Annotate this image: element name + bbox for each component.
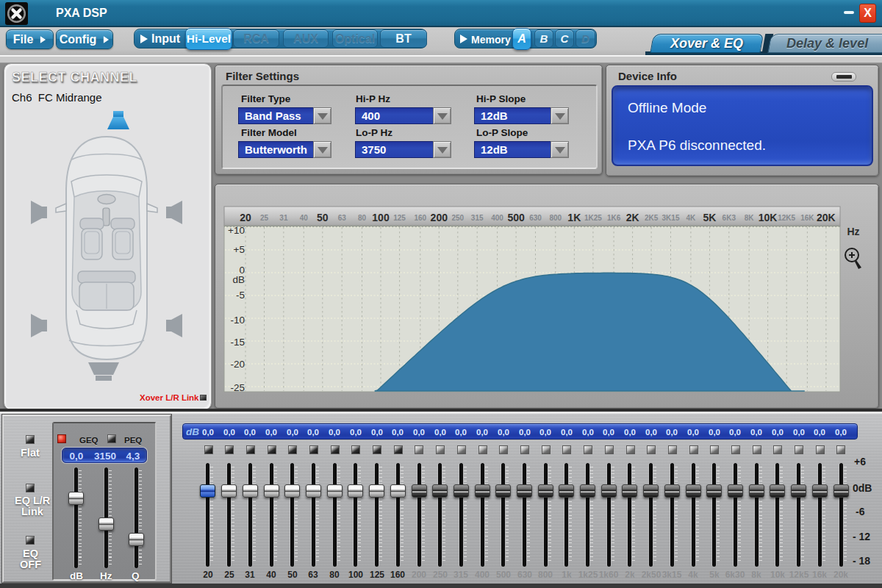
svg-text:400: 400 xyxy=(491,214,503,222)
svg-text:2K5: 2K5 xyxy=(645,214,659,222)
svg-text:dB: dB xyxy=(232,274,245,285)
svg-text:1K: 1K xyxy=(567,212,581,223)
svg-text:Hz: Hz xyxy=(847,226,859,237)
svg-text:80: 80 xyxy=(358,214,367,222)
svg-text:4K: 4K xyxy=(686,214,697,222)
svg-text:-10: -10 xyxy=(230,315,245,326)
svg-text:-5: -5 xyxy=(236,290,245,301)
svg-text:63: 63 xyxy=(338,214,347,222)
svg-text:500: 500 xyxy=(507,212,525,223)
svg-text:50: 50 xyxy=(317,212,329,223)
svg-text:2K: 2K xyxy=(626,212,639,223)
svg-text:200: 200 xyxy=(431,212,448,223)
svg-text:10K: 10K xyxy=(759,212,778,223)
svg-text:40: 40 xyxy=(300,214,309,222)
svg-text:31: 31 xyxy=(279,214,288,222)
svg-text:8K: 8K xyxy=(745,214,755,222)
svg-text:-25: -25 xyxy=(230,382,245,393)
svg-text:630: 630 xyxy=(529,214,542,222)
svg-text:5K: 5K xyxy=(703,212,716,223)
svg-text:6K3: 6K3 xyxy=(723,214,736,222)
svg-text:-15: -15 xyxy=(230,337,245,348)
svg-text:3K15: 3K15 xyxy=(662,214,680,222)
svg-text:800: 800 xyxy=(549,214,562,222)
svg-text:+10: +10 xyxy=(228,225,245,236)
svg-text:+5: +5 xyxy=(234,244,245,255)
svg-text:125: 125 xyxy=(393,214,406,222)
svg-text:1K25: 1K25 xyxy=(584,214,602,222)
svg-text:20K: 20K xyxy=(817,212,836,223)
svg-text:-20: -20 xyxy=(230,359,245,370)
svg-text:100: 100 xyxy=(372,212,390,223)
svg-text:20: 20 xyxy=(240,212,251,223)
svg-text:25: 25 xyxy=(260,214,269,222)
svg-text:250: 250 xyxy=(451,214,464,222)
svg-text:315: 315 xyxy=(471,214,484,222)
svg-text:1K6: 1K6 xyxy=(607,214,621,222)
svg-text:12K5: 12K5 xyxy=(778,214,795,222)
svg-text:160: 160 xyxy=(414,214,426,222)
svg-text:16K: 16K xyxy=(800,214,814,222)
